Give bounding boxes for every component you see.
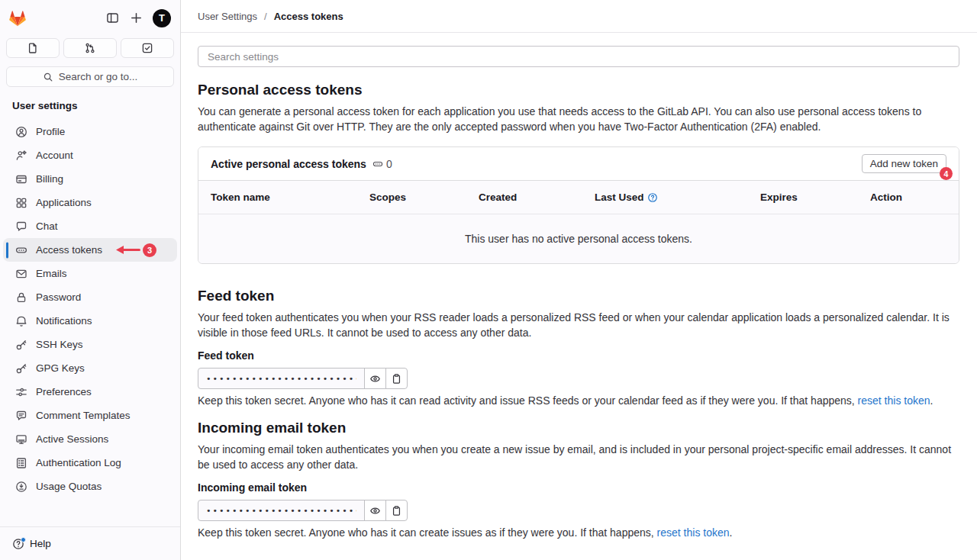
sidebar: T — [0, 0, 181, 560]
incoming-email-token-note: Keep this token secret. Anyone who has i… — [198, 525, 959, 540]
sidebar-item-gpg-keys[interactable]: GPG Keys — [3, 356, 177, 380]
sidebar-toggle-icon — [106, 11, 119, 24]
search-or-go-to-button[interactable]: Search or go to... — [6, 66, 174, 87]
user-avatar[interactable]: T — [153, 9, 171, 27]
account-icon — [15, 150, 27, 162]
feed-token-description: Your feed token authenticates you when y… — [198, 310, 959, 340]
annotation-badge: 4 — [940, 167, 953, 180]
column-scopes: Scopes — [369, 191, 479, 203]
feed-token-copy-button[interactable] — [385, 368, 408, 389]
sidebar-item-label: Emails — [36, 268, 67, 279]
todo-check-icon — [141, 42, 153, 54]
feed-token-input[interactable] — [198, 368, 365, 389]
clipboard-copy-icon — [391, 505, 402, 517]
feed-token-reset-link[interactable]: reset this token — [858, 394, 930, 407]
help-button[interactable]: Help — [0, 526, 180, 560]
issues-shortcut-button[interactable] — [6, 38, 60, 58]
search-or-go-to-label: Search or go to... — [59, 71, 138, 82]
sidebar-item-account[interactable]: Account — [3, 143, 177, 167]
sidebar-item-label: Comment Templates — [36, 410, 131, 421]
sidebar-item-active-sessions[interactable]: Active Sessions — [3, 427, 177, 451]
sidebar-item-ssh-keys[interactable]: SSH Keys — [3, 333, 177, 356]
sidebar-toggle-button[interactable] — [105, 11, 119, 25]
app-window: T — [0, 0, 977, 560]
monitor-icon — [15, 433, 27, 446]
bell-icon — [15, 315, 27, 327]
sidebar-item-comment-templates[interactable]: Comment Templates — [3, 404, 177, 427]
sidebar-nav: Profile Account Billing Applications Cha… — [0, 111, 180, 526]
token-count: 0 — [372, 158, 392, 170]
sidebar-item-preferences[interactable]: Preferences — [3, 380, 177, 404]
incoming-email-token-field-label: Incoming email token — [198, 481, 959, 494]
tokens-empty-state: This user has no active personal access … — [198, 214, 959, 263]
log-list-icon — [15, 457, 27, 469]
breadcrumb-user-settings[interactable]: User Settings — [198, 11, 257, 22]
incoming-email-token-note-text: Keep this token secret. Anyone who has i… — [198, 526, 657, 539]
annotation-arrow-icon — [115, 245, 140, 255]
eye-icon — [369, 373, 381, 385]
help-icon — [12, 538, 24, 550]
clipboard-copy-icon — [391, 373, 402, 385]
todo-shortcut-button[interactable] — [121, 38, 174, 58]
sidebar-item-label: Account — [36, 150, 73, 161]
search-settings-input[interactable] — [198, 46, 959, 67]
settings-content: Personal access tokens You can generate … — [181, 33, 977, 551]
feed-token-reveal-button[interactable] — [364, 368, 386, 389]
incoming-email-token-reset-link[interactable]: reset this token — [657, 526, 730, 539]
annotation-marker: 3 — [115, 243, 156, 257]
incoming-email-token-copy-button[interactable] — [385, 500, 408, 521]
sidebar-item-chat[interactable]: Chat — [3, 214, 177, 238]
key-icon — [15, 362, 27, 375]
sidebar-item-emails[interactable]: Emails — [3, 262, 177, 285]
sidebar-item-profile[interactable]: Profile — [3, 120, 177, 143]
sidebar-item-label: Preferences — [36, 386, 92, 397]
chat-bubble-icon — [15, 220, 27, 233]
add-new-token-button[interactable]: Add new token 4 — [862, 154, 946, 173]
sidebar-item-authentication-log[interactable]: Authentication Log — [3, 451, 177, 475]
add-new-token-label: Add new token — [870, 158, 938, 169]
feed-token-note-period: . — [930, 394, 933, 407]
breadcrumb: User Settings / Access tokens — [181, 0, 977, 33]
eye-icon — [369, 505, 381, 517]
incoming-email-token-input[interactable] — [198, 500, 365, 521]
breadcrumb-current: Access tokens — [274, 11, 343, 22]
merge-requests-shortcut-button[interactable] — [63, 38, 117, 58]
grid-icon — [15, 197, 27, 209]
sidebar-item-label: GPG Keys — [36, 362, 85, 374]
sidebar-item-label: Authentication Log — [36, 457, 121, 468]
sidebar-item-label: Billing — [36, 173, 63, 185]
sidebar-header-actions: T — [105, 9, 171, 27]
gitlab-logo[interactable] — [8, 8, 27, 28]
help-label: Help — [30, 538, 51, 549]
personal-access-tokens-description: You can generate a personal access token… — [198, 104, 959, 134]
sidebar-item-notifications[interactable]: Notifications — [3, 309, 177, 333]
column-last-used: Last Used — [595, 191, 760, 203]
sidebar-item-applications[interactable]: Applications — [3, 191, 177, 214]
sidebar-item-label: Active Sessions — [36, 433, 108, 445]
sidebar-item-label: Access tokens — [36, 244, 102, 256]
sidebar-item-usage-quotas[interactable]: Usage Quotas — [3, 475, 177, 498]
column-action: Action — [870, 191, 946, 203]
sidebar-item-password[interactable]: Password — [3, 285, 177, 309]
sidebar-item-access-tokens[interactable]: Access tokens 3 — [3, 238, 177, 262]
incoming-email-token-reveal-button[interactable] — [364, 500, 386, 521]
tokens-table-header: Token name Scopes Created Last Used Expi… — [198, 181, 959, 214]
sidebar-item-billing[interactable]: Billing — [3, 167, 177, 191]
question-circle-icon[interactable] — [647, 192, 658, 203]
sidebar-item-label: Notifications — [36, 315, 92, 327]
issues-icon — [27, 42, 39, 54]
sidebar-item-label: Chat — [36, 220, 58, 232]
feed-token-section: Feed token Your feed token authenticates… — [198, 287, 959, 408]
create-new-button[interactable] — [129, 11, 143, 25]
sidebar-shortcuts — [6, 38, 174, 58]
merge-request-icon — [84, 42, 96, 54]
comment-template-icon — [15, 410, 27, 422]
active-indicator — [6, 242, 8, 258]
column-token-name: Token name — [211, 191, 369, 203]
column-expires: Expires — [760, 191, 870, 203]
breadcrumb-separator: / — [264, 11, 267, 22]
active-tokens-title: Active personal access tokens 0 — [211, 158, 392, 170]
active-tokens-card-header: Active personal access tokens 0 Add new … — [198, 147, 959, 181]
incoming-email-token-section: Incoming email token Your incoming email… — [198, 419, 959, 540]
sidebar-item-label: Applications — [36, 197, 92, 208]
